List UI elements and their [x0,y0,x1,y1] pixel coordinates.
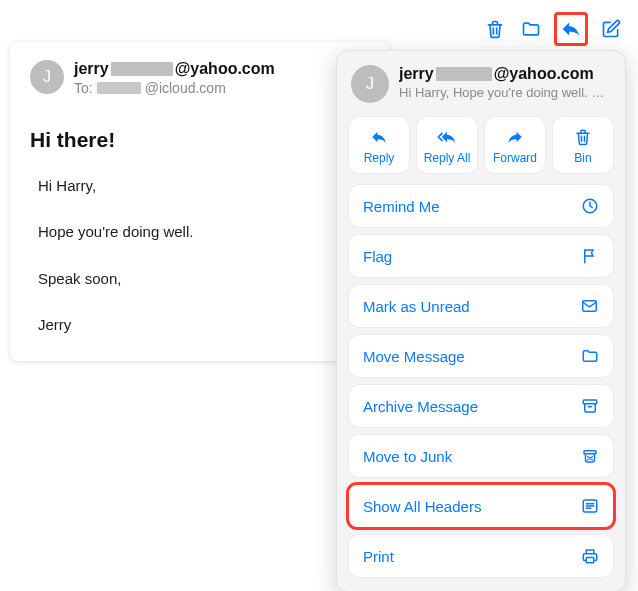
from-address: jerry@yahoo.com [74,60,370,78]
compose-icon [601,19,621,39]
action-label: Forward [493,151,537,165]
archive-icon [581,397,599,415]
redacted-text [97,82,141,94]
menu-label: Mark as Unread [363,298,470,315]
from-suffix: @yahoo.com [494,65,594,83]
menu-flag[interactable]: Flag [349,235,613,277]
body-line: Hope you're doing well. [38,222,370,242]
action-label: Reply All [424,151,471,165]
menu-label: Remind Me [363,198,440,215]
forward-icon [505,127,525,147]
menu-label: Move Message [363,348,465,365]
from-prefix: jerry [74,60,109,78]
reply-icon [369,127,389,147]
svg-rect-2 [583,400,597,404]
bin-button[interactable]: Bin [553,117,613,173]
from-prefix: jerry [399,65,434,83]
action-popover: J jerry@yahoo.com Hi Harry, Hope you're … [336,50,626,591]
reply-all-button[interactable]: Reply All [417,117,477,173]
action-label: Reply [364,151,395,165]
body-line: Jerry [38,315,370,335]
reply-arrow-icon [560,18,582,40]
envelope-icon [580,297,599,315]
forward-button[interactable]: Forward [485,117,545,173]
to-suffix: @icloud.com [145,80,226,96]
bin-icon [574,127,592,147]
to-label: To: [74,80,93,96]
flag-icon [581,247,599,265]
clock-icon [581,197,599,215]
body-line: Speak soon, [38,269,370,289]
menu-label: Archive Message [363,398,478,415]
junk-icon [581,447,599,465]
from-suffix: @yahoo.com [175,60,275,78]
compose-button[interactable] [598,16,624,42]
menu-move-to-junk[interactable]: Move to Junk [349,435,613,477]
archive-button[interactable] [518,16,544,42]
print-icon [581,547,599,565]
reply-all-icon [436,127,458,147]
body-line: Hi Harry, [38,176,370,196]
menu-label: Print [363,548,394,565]
sender-avatar: J [30,60,64,94]
folder-icon [521,19,541,39]
menu-archive-message[interactable]: Archive Message [349,385,613,427]
email-card: J jerry@yahoo.com To: @icloud.com Hi the… [10,42,390,361]
toolbar [482,12,624,46]
menu-print[interactable]: Print [349,535,613,577]
reply-button-toolbar[interactable] [554,12,588,46]
redacted-text [436,67,492,81]
redacted-text [111,62,173,76]
quick-actions: Reply Reply All Forward Bin [349,117,613,173]
menu-mark-unread[interactable]: Mark as Unread [349,285,613,327]
to-line: To: @icloud.com [74,80,370,96]
menu-list: Remind Me Flag Mark as Unread Move Messa… [349,185,613,577]
menu-show-all-headers[interactable]: Show All Headers [349,485,613,527]
menu-label: Show All Headers [363,498,481,515]
trash-icon [485,19,505,39]
popover-from: jerry@yahoo.com [399,65,611,83]
popover-preview: Hi Harry, Hope you're doing well. … [399,85,611,100]
menu-label: Move to Junk [363,448,452,465]
trash-button[interactable] [482,16,508,42]
reply-button[interactable]: Reply [349,117,409,173]
menu-label: Flag [363,248,392,265]
svg-rect-5 [586,558,594,563]
folder-icon [581,347,599,365]
email-subject: Hi there! [30,128,370,152]
email-body: Hi Harry, Hope you're doing well. Speak … [30,176,370,335]
headers-icon [581,497,599,515]
popover-avatar: J [351,65,389,103]
menu-move-message[interactable]: Move Message [349,335,613,377]
action-label: Bin [574,151,591,165]
menu-remind-me[interactable]: Remind Me [349,185,613,227]
